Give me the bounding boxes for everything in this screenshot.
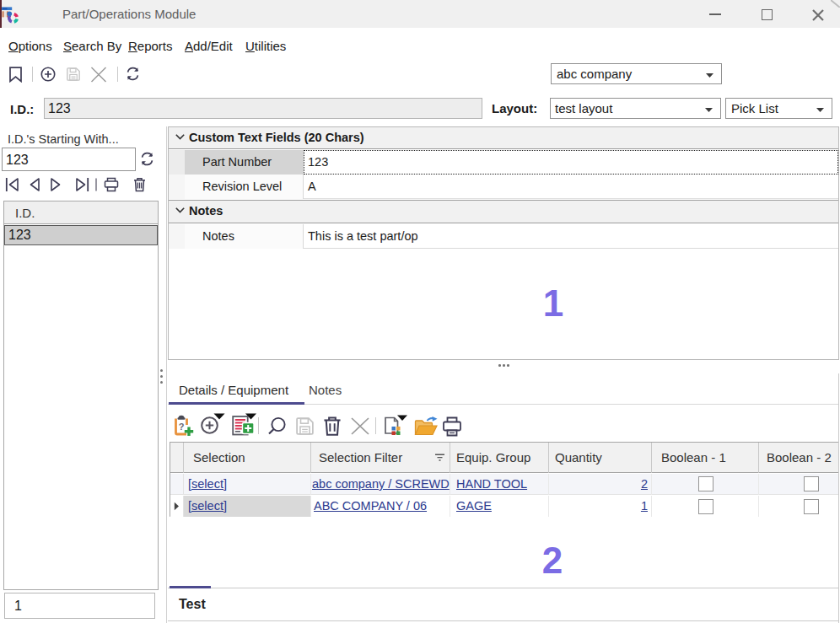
svg-text:?: ? xyxy=(179,422,185,432)
